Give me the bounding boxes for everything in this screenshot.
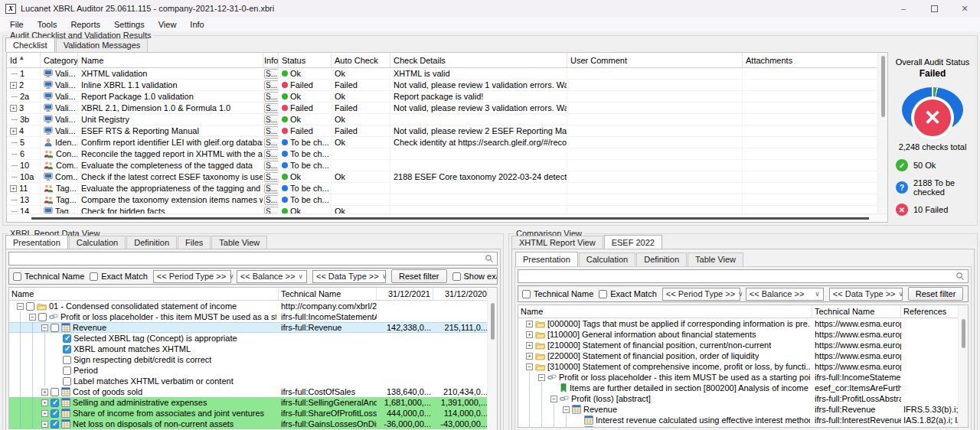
tab-definition[interactable]: Definition — [126, 236, 177, 249]
checklist-row-11[interactable]: +11Tag...Evaluate the appropriateness of… — [7, 183, 887, 194]
menu-item-settings[interactable]: Settings — [107, 18, 152, 31]
xbrl-tree-row[interactable]: XBRL amount matches XHTML — [9, 344, 497, 354]
menu-item-info[interactable]: Info — [183, 18, 211, 31]
menu-item-view[interactable]: View — [152, 18, 184, 31]
maximize-button[interactable] — [919, 0, 949, 17]
checkbox[interactable] — [452, 272, 461, 281]
xbrl-tree-row[interactable]: +Share of income from associates and joi… — [9, 408, 497, 419]
expand-icon[interactable]: + — [526, 353, 533, 360]
checkbox[interactable] — [38, 313, 47, 321]
checklist-row-2[interactable]: +2Vali...Inline XBRL 1.1 validationS...F… — [7, 80, 887, 91]
column-header-info[interactable]: Info — [263, 53, 279, 67]
column-header-technical-name[interactable]: Technical Name — [812, 305, 901, 318]
expand-icon[interactable]: + — [526, 321, 533, 327]
checklist-row-3[interactable]: +3Vali...XBRL 2.1, Dimension 1.0 & Formu… — [7, 103, 887, 114]
search-input[interactable] — [9, 253, 485, 264]
comparison-tree-row[interactable]: +[220000] Statement of financial positio… — [518, 350, 968, 361]
search-input[interactable] — [518, 271, 956, 282]
checklist-row-10[interactable]: 10Com...Evaluate the completeness of the… — [7, 160, 887, 171]
xbrl-tree-row[interactable]: Sign respecting debit/credit is correct — [9, 354, 497, 365]
comparison-tree-row[interactable]: −Profit or loss placeholder - this item … — [518, 372, 968, 383]
data-type-select[interactable]: << Data Type >>∨ — [829, 288, 903, 301]
show-info-button[interactable]: S... — [264, 69, 279, 79]
xbrl-tree-row[interactable]: −Profit or loss placeholder - this item … — [9, 311, 497, 322]
show-info-button[interactable]: S... — [264, 207, 279, 214]
collapse-icon[interactable]: − — [526, 363, 533, 370]
checklist-row-6[interactable]: 6Con...Reconcile the tagged report in XH… — [7, 148, 887, 160]
column-header-id[interactable]: Id▲ — [7, 53, 41, 67]
show-info-button[interactable]: S... — [264, 172, 279, 182]
checkbox[interactable] — [13, 272, 21, 281]
tab-calculation[interactable]: Calculation — [69, 236, 126, 249]
xbrl-tree-row[interactable]: Label matches XHTML verbatim or content — [9, 376, 497, 386]
checkbox[interactable] — [63, 377, 71, 386]
vertical-scrollbar-thumb[interactable] — [962, 319, 965, 348]
tab-esef-2022[interactable]: ESEF 2022 — [604, 235, 662, 249]
xbrl-tree-row[interactable]: +Net loss on disposals of non-current as… — [9, 419, 497, 429]
checkbox[interactable] — [51, 409, 59, 418]
checklist-row-1[interactable]: 1Vali...XHTML validationS...OkOkXHTML is… — [7, 68, 887, 80]
show-info-button[interactable]: S... — [264, 184, 279, 194]
minimize-button[interactable]: – — [888, 0, 919, 17]
column-header-auto-check[interactable]: Auto Check — [332, 53, 390, 67]
period-type-select[interactable]: << Period Type >>∨ — [153, 270, 231, 283]
exact-match-filter[interactable]: Exact Match — [599, 289, 657, 298]
collapse-icon[interactable]: − — [563, 406, 570, 413]
expand-icon[interactable]: + — [41, 389, 48, 396]
xbrl-tree-row[interactable]: +Selling and administrative expensesifrs… — [9, 397, 497, 408]
show-info-button[interactable]: S... — [264, 149, 279, 159]
show-info-button[interactable]: S... — [264, 161, 279, 171]
checkbox[interactable] — [90, 272, 98, 281]
checkbox[interactable] — [63, 345, 71, 353]
tab-table-view[interactable]: Table View — [211, 236, 267, 249]
show-exact-values-filter[interactable]: Show exact values — [452, 272, 498, 281]
xbrl-tree-row[interactable]: Selected XBRL tag (Concept) is appropria… — [9, 333, 497, 344]
comparison-tree-row[interactable]: −[310000] Statement of comprehensive inc… — [518, 361, 968, 372]
expand-icon[interactable]: + — [41, 421, 48, 428]
expand-icon[interactable]: + — [41, 410, 48, 417]
show-info-button[interactable]: S... — [264, 80, 279, 90]
checkbox[interactable] — [51, 324, 59, 332]
show-info-button[interactable]: S... — [264, 103, 279, 113]
collapse-icon[interactable]: − — [538, 374, 545, 381]
show-info-button[interactable]: S... — [264, 92, 279, 102]
column-header-technical-name[interactable]: Technical Name — [279, 288, 377, 300]
column-header-31-12-2021[interactable]: 31/12/2021 — [377, 288, 433, 300]
data-type-select[interactable]: << Data Type >>∨ — [312, 270, 386, 283]
expand-icon[interactable]: + — [526, 342, 533, 349]
tab-definition[interactable]: Definition — [636, 252, 687, 266]
comparison-tree-row[interactable]: −Revenueifrs-full:RevenueIFRS.5.33(b).i;… — [518, 404, 968, 415]
tab-validation-messages[interactable]: Validation Messages — [56, 38, 149, 52]
checklist-row-10a[interactable]: 10aCom...Check if the latest correct ESE… — [7, 171, 887, 183]
xbrl-tree-row[interactable]: +Cost of goods soldifrs-full:CostOfSales… — [9, 386, 497, 397]
expand-icon[interactable]: + — [10, 128, 17, 135]
collapse-icon[interactable]: − — [41, 324, 48, 331]
column-header-name[interactable]: Name — [518, 305, 812, 318]
menu-item-file[interactable]: File — [3, 18, 31, 31]
show-info-button[interactable]: S... — [264, 126, 279, 136]
checkbox[interactable] — [63, 356, 71, 364]
checkbox[interactable] — [51, 420, 59, 428]
menu-item-reports[interactable]: Reports — [64, 18, 107, 31]
horizontal-scrollbar-thumb[interactable] — [31, 217, 869, 220]
column-header-name[interactable]: Name — [9, 288, 279, 300]
technical-name-filter[interactable]: Technical Name — [522, 289, 593, 298]
reset-filter-button[interactable]: Reset filter — [908, 287, 964, 301]
comparison-tree-row[interactable]: Items are further detailed in section [8… — [518, 383, 968, 393]
checkbox[interactable] — [26, 302, 34, 311]
expand-icon[interactable]: + — [526, 331, 533, 338]
balance-select[interactable]: << Balance >>∨ — [746, 288, 824, 301]
tab-xhtml-report-view[interactable]: XHTML Report View — [511, 236, 603, 249]
period-type-select[interactable]: << Period Type >>∨ — [662, 288, 740, 301]
checklist-row-3b[interactable]: 3bVali...Unit RegistryS...OkOk — [7, 114, 887, 125]
tab-files[interactable]: Files — [178, 236, 211, 249]
show-info-button[interactable]: S... — [264, 195, 279, 205]
comparison-tree-row[interactable]: +[110000] General information about fina… — [518, 329, 968, 340]
vertical-scrollbar-thumb[interactable] — [881, 56, 885, 117]
xbrl-tree-row[interactable]: −01 - Condensed consolidated statement o… — [9, 301, 497, 311]
column-header-check-details[interactable]: Check Details — [390, 53, 567, 67]
tab-presentation[interactable]: Presentation — [515, 252, 578, 266]
collapse-icon[interactable]: − — [550, 396, 557, 402]
checkbox[interactable] — [599, 290, 607, 298]
show-info-button[interactable]: S... — [264, 115, 279, 125]
